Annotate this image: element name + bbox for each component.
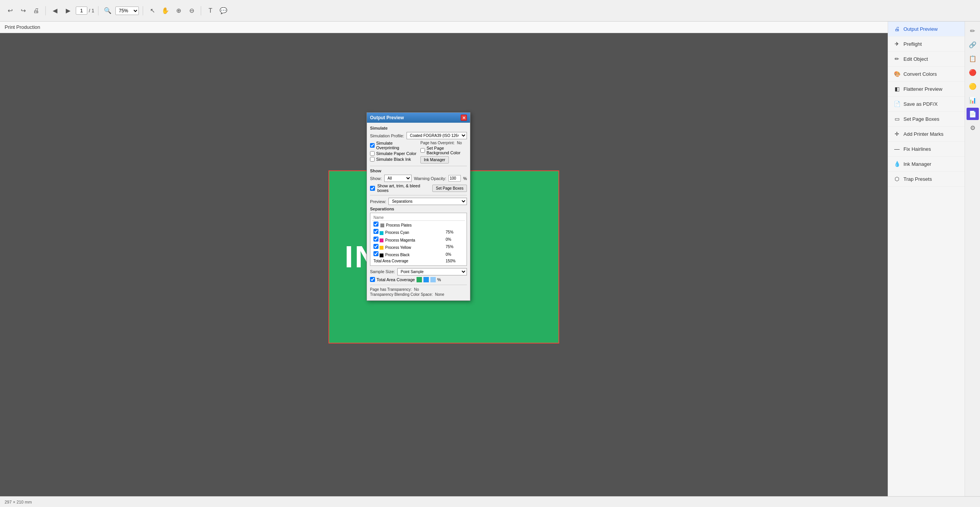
row-black-val: 0% <box>444 250 465 258</box>
panel-icon-1[interactable]: ✏ <box>967 25 979 37</box>
sidebar-item-ink-manager[interactable]: 💧 Ink Manager <box>888 157 965 172</box>
page-number-input[interactable]: 1 <box>76 7 87 15</box>
sidebar-item-save-pdf[interactable]: 📄 Save as PDF/X <box>888 97 965 112</box>
sidebar-item-convert-colors[interactable]: 🎨 Convert Colors <box>888 67 965 82</box>
toolbar-text[interactable]: T <box>205 5 216 16</box>
panel-icon-4[interactable]: 🔴 <box>967 66 979 78</box>
row-yellow-name: Process Yellow <box>385 245 411 250</box>
set-page-bg-checkbox[interactable] <box>420 148 425 153</box>
toolbar-history-back[interactable]: ↩ <box>5 5 15 16</box>
sep1 <box>45 6 46 15</box>
sidebar-item-output-preview[interactable]: 🖨 Output Preview <box>888 22 965 37</box>
dialog-close-button[interactable]: ✕ <box>461 115 467 121</box>
sidebar-convert-colors-label: Convert Colors <box>903 71 937 77</box>
zoom-select[interactable]: 75%50%100%150% <box>115 7 139 15</box>
page-total: / <box>89 8 90 13</box>
separations-box: Name Process Plates <box>370 213 467 266</box>
panel-icon-6[interactable]: 📊 <box>967 94 979 106</box>
row-process-plates-check[interactable] <box>373 222 378 227</box>
ink-manager-icon: 💧 <box>893 160 900 167</box>
page-has-overprint-row: Page has Overprint: No <box>420 141 467 145</box>
simulate-section-label: Simulate <box>370 126 467 130</box>
toolbar-print[interactable]: 🖨 <box>31 5 42 16</box>
sidebar-item-preflight[interactable]: ✈ Preflight <box>888 37 965 52</box>
preview-select[interactable]: Separations <box>388 198 467 205</box>
sep2 <box>98 6 98 15</box>
toolbar-select[interactable]: ↖ <box>147 5 158 16</box>
sidebar-save-pdf-label: Save as PDF/X <box>903 101 938 107</box>
sample-size-select[interactable]: Point Sample <box>397 268 467 275</box>
sidebar-flattener-label: Flattener Preview <box>903 86 942 92</box>
table-row: Process Plates <box>372 221 465 228</box>
row-magenta-val: 0% <box>444 236 465 243</box>
tac-checkbox[interactable] <box>370 277 375 282</box>
toolbar-nav-next[interactable]: ▶ <box>63 5 73 16</box>
show-art-trim-checkbox[interactable] <box>370 186 375 191</box>
toolbar-history-forward[interactable]: ↪ <box>18 5 28 16</box>
panel-icon-2[interactable]: 🔗 <box>967 38 979 51</box>
show-label: Show: <box>370 176 382 181</box>
simulate-overprinting-checkbox[interactable] <box>370 143 375 148</box>
sep-simulate <box>370 166 467 166</box>
sidebar-ink-manager-label: Ink Manager <box>903 161 931 167</box>
title-bar: Print Production Close <box>0 22 980 33</box>
page-total-count: 1 <box>92 8 94 13</box>
sidebar-item-edit-object[interactable]: ✏ Edit Object <box>888 52 965 67</box>
simulation-profile-select[interactable]: Coated FOGRA39 (ISO 12647-2:2004) <box>407 132 467 139</box>
toolbar: ↩ ↪ 🖨 ◀ ▶ 1 / 1 🔍 75%50%100%150% ↖ ✋ ⊕ ⊖… <box>0 0 980 22</box>
panel-icon-active[interactable]: 📄 <box>967 108 979 120</box>
panel-icon-3[interactable]: 📋 <box>967 52 979 65</box>
separations-table: Name Process Plates <box>372 215 465 264</box>
app-title: Print Production <box>5 24 40 30</box>
simulate-paper-color-checkbox[interactable] <box>370 151 375 156</box>
set-page-boxes-button[interactable]: Set Page Boxes <box>432 185 467 192</box>
fix-hairlines-icon: — <box>893 145 900 152</box>
table-row: Process Yellow 75% <box>372 243 465 250</box>
cyan-swatch <box>380 231 383 235</box>
row-cyan-check[interactable] <box>373 229 378 234</box>
panel-icon-5[interactable]: 🟡 <box>967 80 979 92</box>
warning-opacity-input[interactable] <box>448 175 461 182</box>
show-art-row: Show art, trim, & bleed boxes Set Page B… <box>370 183 467 193</box>
dialog-titlebar: Output Preview ✕ <box>367 113 470 123</box>
panel-icon-7[interactable]: ⚙ <box>967 122 979 134</box>
sidebar-item-set-page-boxes[interactable]: ▭ Set Page Boxes <box>888 112 965 127</box>
icon-panel: ✏ 🔗 📋 🔴 🟡 📊 📄 ⚙ <box>965 22 980 507</box>
sidebar-item-trap-presets[interactable]: ⬡ Trap Presets <box>888 172 965 187</box>
page-has-overprint-label: Page has Overprint: <box>420 141 455 145</box>
right-sidebar: 🖨 Output Preview ✈ Preflight ✏ Edit Obje… <box>888 22 965 507</box>
simulate-black-ink-checkbox[interactable] <box>370 157 375 162</box>
row-process-plates-name: Process Plates <box>386 223 412 227</box>
row-yellow-val: 75% <box>444 243 465 250</box>
ink-manager-button[interactable]: Ink Manager <box>420 156 449 163</box>
magenta-swatch <box>380 238 383 242</box>
row-black-check[interactable] <box>373 251 378 256</box>
show-select[interactable]: All <box>384 175 412 182</box>
row-black-name: Process Black <box>385 253 410 257</box>
tac-green-swatch <box>417 277 422 282</box>
sidebar-item-add-printer-marks[interactable]: ✛ Add Printer Marks <box>888 127 965 142</box>
row-tac-name: Total Area Coverage <box>373 259 408 263</box>
save-pdf-icon: 📄 <box>893 100 900 107</box>
toolbar-zoom-out[interactable]: ⊖ <box>186 5 197 16</box>
toolbar-annotation[interactable]: 💬 <box>218 5 229 16</box>
sep-col-name: Name <box>372 215 444 221</box>
sidebar-item-fix-hairlines[interactable]: — Fix Hairlines <box>888 142 965 157</box>
toolbar-zoom-search[interactable]: 🔍 <box>102 5 113 16</box>
sidebar-trap-presets-label: Trap Presets <box>903 176 932 182</box>
sep4 <box>201 6 201 15</box>
simulate-paper-color-check: Simulate Paper Color <box>370 151 417 156</box>
convert-colors-icon: 🎨 <box>893 70 900 77</box>
toolbar-zoom[interactable]: ⊕ <box>173 5 184 16</box>
sidebar-fix-hairlines-label: Fix Hairlines <box>903 146 931 152</box>
sidebar-item-flattener-preview[interactable]: ◧ Flattener Preview <box>888 82 965 97</box>
dialog-overlay: Output Preview ✕ Simulate Simulation Pro… <box>0 66 795 485</box>
separations-label: Separations <box>370 207 467 211</box>
row-magenta-check[interactable] <box>373 237 378 242</box>
toolbar-nav-prev[interactable]: ◀ <box>50 5 60 16</box>
row-yellow-check[interactable] <box>373 244 378 249</box>
simulate-paper-color-label: Simulate Paper Color <box>376 151 417 156</box>
black-swatch <box>380 254 383 257</box>
yellow-swatch <box>380 246 383 250</box>
toolbar-hand[interactable]: ✋ <box>160 5 171 16</box>
